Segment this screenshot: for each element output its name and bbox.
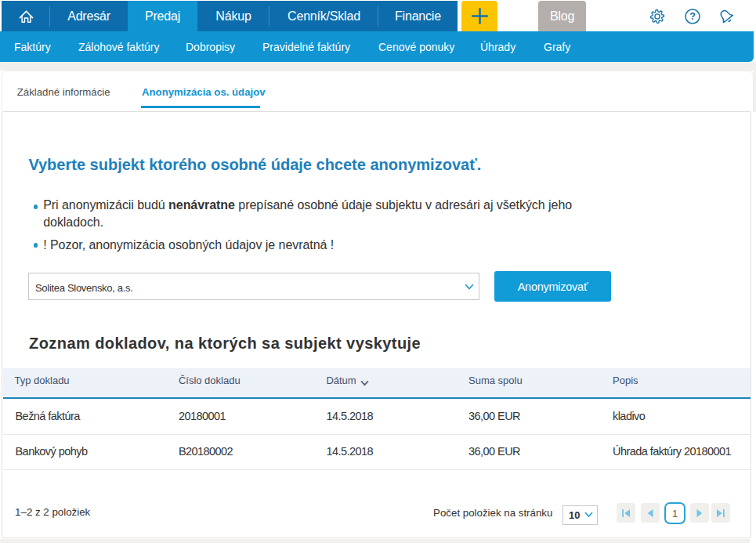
svg-text:?: ?	[689, 11, 696, 22]
